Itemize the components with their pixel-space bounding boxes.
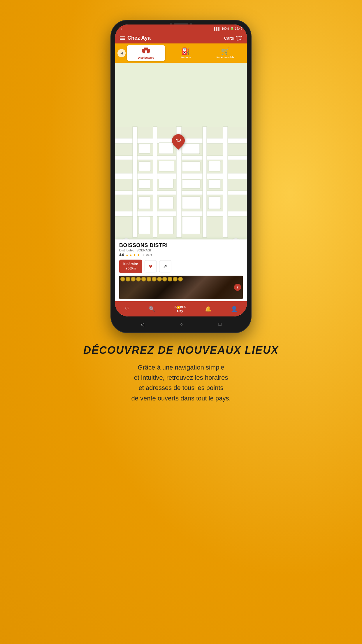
supermarches-icon: 🛒	[221, 47, 230, 55]
back-button[interactable]: ◀	[117, 49, 126, 57]
pin-restaurant-icon: 🍽	[176, 138, 181, 144]
description-line2: et intuitive, retrouvez les horaires	[134, 374, 228, 381]
nav-logo[interactable]: S●brACity	[175, 305, 186, 312]
place-info-card: BOISSONS DISTRI Distributeur SOBRAGI 4.0…	[115, 239, 247, 301]
rating-number: 4.0	[119, 253, 124, 257]
svg-rect-30	[159, 197, 173, 209]
app-header: Chez Aya Carte	[115, 33, 247, 43]
itinerary-button[interactable]: Itinéraire à 800 m	[119, 260, 142, 273]
photo-count-badge: 7	[234, 284, 241, 291]
map-pin: 🍽	[172, 134, 185, 149]
place-title: BOISSONS DISTRI	[119, 242, 243, 249]
supermarches-label: Supermarchés	[216, 56, 235, 59]
favorite-button[interactable]: ♥	[145, 260, 157, 272]
bottom-text-section: DÉCOUVREZ DE NOUVEAUX LIEUX Grâce à une …	[60, 344, 302, 403]
svg-rect-26	[159, 179, 173, 188]
distributeurs-icon	[142, 47, 150, 56]
svg-rect-3	[144, 48, 148, 50]
android-home-button[interactable]: ○	[180, 322, 183, 327]
rating-row: 4.0 ★★★★★ (97)	[119, 253, 243, 257]
map-icon	[236, 36, 242, 41]
svg-rect-17	[223, 127, 228, 237]
header-right[interactable]: Carte	[224, 36, 242, 41]
star-half: ★	[142, 253, 145, 257]
svg-rect-18	[138, 144, 150, 153]
svg-rect-21	[138, 162, 151, 171]
svg-rect-14	[153, 127, 157, 237]
stations-icon: ⛽	[181, 47, 190, 55]
nav-search[interactable]: 🔍	[149, 306, 155, 312]
map-area[interactable]: 🍽 ↑ ✕ BOISSONS DISTRI Distributeur	[115, 63, 247, 301]
phone-screen: ☽ ▌▌▌ 100% 🔋 12:42 Chez Aya	[115, 24, 247, 316]
status-left-icon: ☽	[120, 26, 126, 31]
svg-rect-5	[142, 49, 143, 52]
photo-strip[interactable]: 7	[119, 276, 243, 299]
hamburger-menu-icon[interactable]	[120, 36, 125, 40]
svg-rect-4	[145, 50, 147, 53]
distributeurs-label: Distributeurs	[138, 56, 154, 59]
svg-rect-29	[138, 197, 150, 209]
description-line4: de vente ouverts dans tout le pays.	[131, 395, 231, 402]
card-actions: Itinéraire à 800 m ♥ ⇗	[119, 260, 243, 273]
svg-rect-24	[208, 161, 221, 171]
status-icons: ▌▌▌ 100% 🔋 12:42	[214, 27, 242, 30]
nav-profile[interactable]: 👤	[231, 306, 237, 312]
svg-rect-22	[159, 161, 174, 171]
svg-rect-25	[138, 180, 150, 188]
svg-rect-33	[138, 216, 150, 234]
category-tabs: ◀ Distributeurs ⛽	[115, 43, 247, 63]
carte-label: Carte	[224, 36, 234, 41]
svg-rect-16	[203, 127, 207, 237]
phone-frame: ☽ ▌▌▌ 100% 🔋 12:42 Chez Aya	[111, 20, 251, 332]
heart-icon: ♥	[149, 263, 152, 270]
tab-distributeurs[interactable]: Distributeurs	[127, 45, 165, 61]
sobra-city-logo: S●brACity	[175, 305, 186, 312]
phone-outer-shell: ☽ ▌▌▌ 100% 🔋 12:42 Chez Aya	[111, 20, 251, 332]
pin-circle: 🍽	[169, 132, 187, 150]
bottom-navigation: ♡ 🔍 S●brACity 🔔 👤	[115, 301, 247, 316]
photo-bottles	[119, 276, 243, 299]
description-line1: Grâce à une navigation simple	[138, 364, 224, 371]
android-back-button[interactable]: ◁	[140, 322, 144, 327]
distance-label: à 800 m	[125, 267, 136, 270]
battery-icon: 🔋	[230, 27, 234, 30]
status-bar: ☽ ▌▌▌ 100% 🔋 12:42	[115, 24, 247, 33]
svg-rect-34	[159, 216, 173, 234]
signal-icon: ▌▌▌	[214, 27, 220, 30]
rating-count: (97)	[146, 253, 152, 257]
back-arrow-icon: ◀	[120, 51, 123, 55]
tab-supermarches[interactable]: 🛒 Supermarchés	[206, 46, 245, 61]
svg-rect-28	[208, 180, 221, 188]
nav-favorites[interactable]: ♡	[125, 306, 129, 312]
svg-rect-31	[182, 197, 200, 209]
tab-stations[interactable]: ⛽ Stations	[166, 46, 205, 61]
profile-icon: 👤	[231, 306, 237, 312]
android-nav-bar: ◁ ○ □	[111, 318, 251, 330]
itinerary-label: Itinéraire	[123, 262, 138, 266]
android-recent-button[interactable]: □	[219, 322, 222, 327]
app-title: Chez Aya	[127, 35, 151, 41]
svg-rect-32	[208, 197, 221, 209]
share-button[interactable]: ⇗	[159, 260, 171, 272]
main-heading: DÉCOUVREZ DE NOUVEAUX LIEUX	[83, 344, 279, 356]
share-icon: ⇗	[163, 264, 167, 269]
description-line3: et adresses de tous les points	[138, 384, 223, 391]
description-text: Grâce à une navigation simple et intuiti…	[83, 362, 279, 403]
svg-rect-19	[159, 143, 173, 154]
nav-notifications[interactable]: 🔔	[205, 306, 211, 312]
notifications-icon: 🔔	[205, 306, 211, 312]
svg-rect-20	[182, 144, 200, 154]
svg-rect-35	[182, 216, 200, 234]
svg-rect-27	[182, 180, 200, 188]
logo-o: ●	[177, 306, 180, 309]
place-subtitle: Distributeur SOBRAGI	[119, 249, 243, 252]
header-left: Chez Aya	[120, 35, 151, 41]
logo-text: S●brACity	[175, 305, 186, 312]
search-icon: 🔍	[149, 306, 155, 312]
svg-rect-13	[133, 127, 137, 237]
time-label: 12:42	[235, 27, 242, 30]
stations-label: Stations	[180, 56, 191, 59]
battery-label: 100%	[222, 27, 229, 30]
favorites-icon: ♡	[125, 306, 129, 312]
stars-filled: ★★★★	[125, 253, 140, 257]
